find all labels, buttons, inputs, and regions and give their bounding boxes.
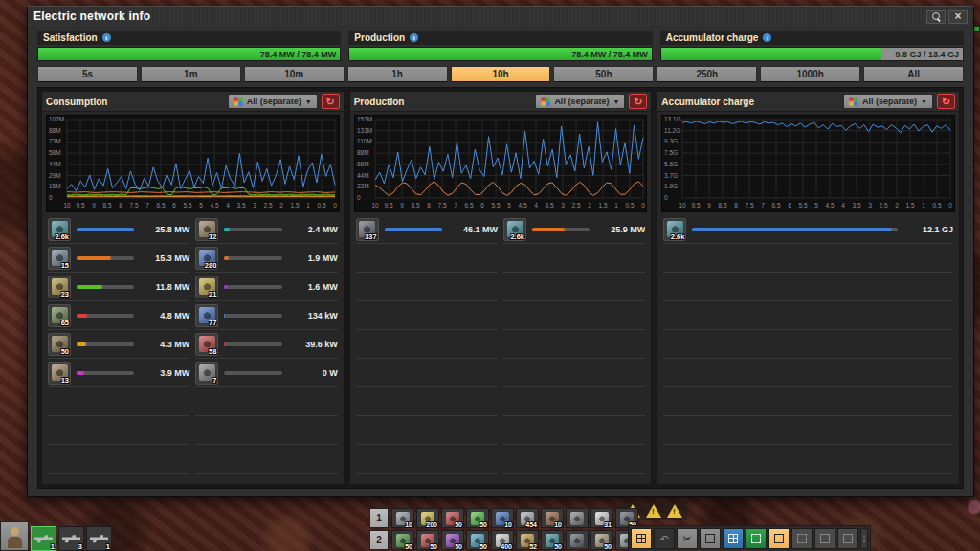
usage-value: 4.8 MW (140, 311, 189, 320)
time-button-10h[interactable]: 10h (451, 66, 551, 82)
accumulator-icon[interactable]: 2.6k (663, 218, 686, 241)
quickbar-slot-purple-item[interactable]: 50 (441, 530, 464, 550)
accumulator-label: Accumulator charge (666, 33, 759, 43)
character-button[interactable] (0, 521, 29, 551)
camera-button[interactable] (837, 528, 858, 549)
selection-tool-button[interactable] (746, 528, 767, 549)
quickbar-slot-gray-item[interactable] (566, 530, 589, 550)
entity-count: 21 (209, 290, 216, 298)
entity-count: 15 (61, 261, 69, 270)
list-row (356, 359, 498, 387)
electric-furnace-icon[interactable]: 65 (48, 304, 71, 327)
reset-button[interactable]: ↻ (322, 94, 340, 109)
quickbar-slot-stone[interactable]: 400 (491, 530, 514, 550)
quickbar-slot-steel-item[interactable]: 31 (590, 508, 613, 528)
oil-refinery-icon[interactable]: 23 (48, 276, 71, 298)
electric-mining-drill-icon[interactable]: 50 (48, 333, 71, 356)
time-button-50h[interactable]: 50h (553, 66, 654, 82)
camera-icon (843, 534, 853, 543)
time-button-1000h[interactable]: 1000h (760, 66, 860, 82)
quickbar-slot-beacon[interactable]: 454 (516, 508, 539, 528)
quickbar-slot-green-circuit[interactable]: 50 (466, 508, 489, 528)
long-handed-inserter-icon[interactable]: 77 (195, 304, 218, 327)
quickbar-slot-red-item[interactable]: 50 (441, 508, 464, 528)
close-button[interactable]: × (948, 10, 968, 24)
time-button-10m[interactable]: 10m (244, 66, 345, 82)
copy-button[interactable] (700, 528, 721, 549)
quickbar-slot-pipe[interactable]: 50 (590, 530, 613, 550)
assembling-machine-icon[interactable]: 15 (48, 247, 71, 270)
paste-button[interactable] (723, 528, 744, 549)
quickbar-slot-copper-cable[interactable]: 52 (516, 530, 539, 550)
warning-triangle-icon[interactable] (646, 504, 661, 518)
svg-text:0: 0 (49, 194, 53, 201)
quickbar-slot-green-machine[interactable]: 50 (391, 530, 414, 550)
consumption-filter-dropdown[interactable]: All (separate) ▼ (228, 94, 318, 109)
svg-text:1.5: 1.5 (598, 202, 607, 209)
svg-text:8.5: 8.5 (411, 202, 419, 209)
quickbar-slot-ammo[interactable]: 200 (416, 508, 439, 528)
undo-button[interactable]: ↶ (654, 528, 675, 549)
svg-text:9.5: 9.5 (384, 202, 392, 209)
time-button-1h[interactable]: 1h (347, 66, 448, 82)
shortcut-overflow-button[interactable]: ⋮ (860, 528, 868, 549)
reset-button[interactable]: ↻ (937, 94, 955, 109)
solar-panel-icon[interactable]: 2.6k (503, 218, 526, 241)
svg-text:0: 0 (333, 202, 337, 209)
weapon-count: 1 (51, 542, 55, 551)
quickbar-slot-teal-tool[interactable]: 50 (541, 530, 564, 550)
usage-bar (77, 371, 134, 375)
usage-bar (77, 256, 134, 260)
warning-triangle-icon[interactable] (667, 504, 682, 518)
quickbar-slot-iron-gear[interactable]: 10 (391, 508, 414, 528)
svg-text:8: 8 (119, 202, 122, 209)
quickbar-slot-blue-item[interactable]: 10 (491, 508, 514, 528)
quickbar-slot-copper-item[interactable]: 10 (541, 508, 564, 528)
lab-icon[interactable]: 12 (195, 218, 218, 241)
svg-text:10: 10 (679, 202, 687, 209)
svg-text:2: 2 (279, 202, 283, 209)
pumpjack-icon[interactable]: 21 (195, 276, 218, 298)
time-button-250h[interactable]: 250h (657, 66, 757, 82)
svg-text:4: 4 (226, 202, 230, 209)
inserter-icon[interactable]: 280 (195, 247, 218, 270)
reset-button[interactable]: ↻ (629, 94, 647, 109)
window-titlebar[interactable]: Electric network info × (28, 7, 973, 26)
quickbar: 12 1020050501045410315050505050400525050… (369, 508, 638, 550)
list-row (663, 387, 953, 416)
svg-text:5: 5 (507, 202, 511, 209)
info-icon[interactable]: i (410, 33, 418, 42)
upgrade-planner-button[interactable] (791, 528, 813, 549)
usage-bar (77, 314, 134, 318)
cut-button[interactable]: ✂ (677, 528, 698, 549)
quickbar-slot-blue-chest[interactable]: 50 (466, 530, 489, 550)
search-button[interactable] (926, 10, 946, 24)
info-icon[interactable]: i (102, 33, 111, 42)
quickbar-slot-red-tool[interactable]: 50 (416, 530, 439, 550)
roboport-icon[interactable]: 7 (195, 362, 218, 385)
quickbar-row-button-1[interactable]: 1 (369, 508, 389, 528)
alert-tool-button[interactable] (814, 528, 835, 549)
time-button-5s[interactable]: 5s (37, 66, 138, 82)
usage-value: 3.9 MW (140, 368, 189, 378)
blueprint-button[interactable] (631, 528, 652, 549)
quickbar-slot-furnace[interactable] (566, 508, 589, 528)
quickbar-row-button-2[interactable]: 2 (369, 530, 389, 550)
radar-icon[interactable]: 13 (48, 362, 71, 385)
time-button-all[interactable]: All (863, 66, 964, 82)
steam-engine-icon[interactable]: 337 (356, 218, 379, 241)
entity-count: 7 (212, 376, 216, 385)
shotgun-slot[interactable]: 1 (86, 526, 112, 551)
summary-accumulator: Accumulator charge i 9.8 GJ / 13.4 GJ (660, 31, 964, 61)
svg-text:9: 9 (92, 202, 96, 209)
fast-inserter-icon[interactable]: 58 (195, 333, 218, 356)
submachine-gun-slot[interactable]: 3 (58, 526, 84, 551)
pistol-slot[interactable]: 1 (31, 526, 56, 551)
info-icon[interactable]: i (763, 33, 771, 42)
list-row (663, 301, 953, 330)
production-filter-dropdown[interactable]: All (separate) ▼ (535, 94, 625, 109)
deconstruction-planner-button[interactable] (768, 528, 790, 549)
accumulator-filter-dropdown[interactable]: All (separate) ▼ (843, 94, 933, 109)
laser-turret-icon[interactable]: 2.6k (48, 218, 71, 241)
time-button-1m[interactable]: 1m (141, 66, 241, 82)
